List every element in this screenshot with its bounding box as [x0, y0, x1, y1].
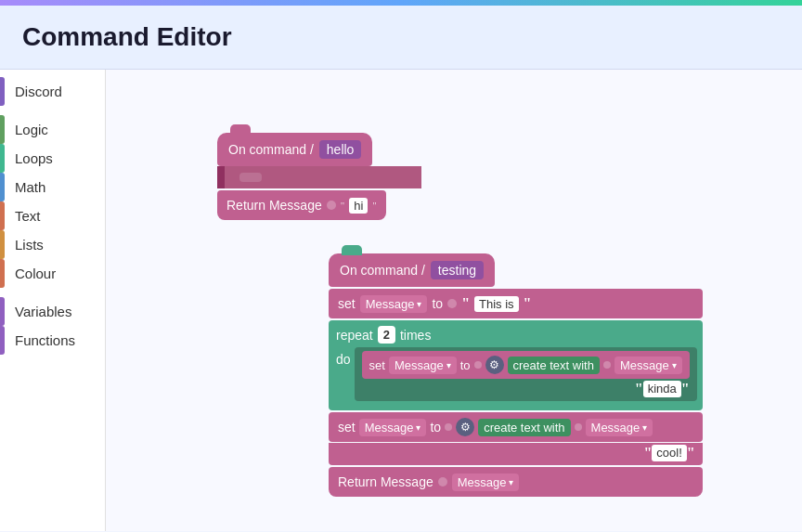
return-quote-open-1: " — [341, 200, 345, 211]
sidebar-label-text: Text — [15, 208, 41, 224]
kinda-value: kinda — [643, 381, 681, 397]
to-label-1: to — [432, 296, 443, 311]
block-group-hello: On command / hello Return Message " hi " — [217, 133, 421, 220]
sidebar-item-discord[interactable]: Discord — [0, 77, 105, 106]
header: Command Editor — [0, 6, 802, 70]
return-quote-close-1: " — [372, 200, 377, 211]
sidebar-label-functions: Functions — [15, 332, 75, 348]
sidebar-item-lists[interactable]: Lists — [0, 230, 105, 259]
return-label-1: Return Message — [226, 198, 322, 213]
message-dropdown-3[interactable]: Message ▾ — [586, 419, 653, 436]
inner-to-label: to — [460, 358, 471, 372]
command-label-1: On command / — [228, 142, 314, 157]
command-label-2: On command / — [340, 263, 425, 278]
inner-set-label: set — [369, 358, 385, 372]
set-block-1[interactable]: set Message ▾ to " This is " — [329, 289, 703, 318]
this-is-value: This is — [474, 296, 519, 312]
repeat-label: repeat — [336, 328, 373, 343]
repeat-block: repeat 2 times do set Message ▾ — [329, 320, 703, 410]
sidebar-item-loops[interactable]: Loops — [0, 144, 105, 173]
sidebar-item-variables[interactable]: Variables — [0, 297, 105, 326]
inner-message-var[interactable]: Message ▾ — [614, 357, 682, 374]
sidebar-label-loops: Loops — [15, 150, 53, 166]
return-block-testing[interactable]: Return Message Message ▾ — [329, 467, 703, 497]
inner-message-dropdown[interactable]: Message ▾ — [389, 357, 457, 374]
do-label: do — [336, 347, 355, 367]
string-quote-open-cool: " — [643, 445, 652, 461]
sidebar-label-lists: Lists — [15, 237, 44, 253]
return-block-hello[interactable]: Return Message " hi " — [217, 190, 386, 220]
gear-icon-2: ⚙ — [456, 418, 474, 436]
block-group-testing: On command / testing set Message ▾ to " … — [329, 253, 703, 497]
sidebar-label-logic: Logic — [15, 122, 48, 137]
sidebar-item-functions[interactable]: Functions — [0, 326, 105, 355]
sidebar: Discord Logic Loops Math Text Lists Colo… — [0, 70, 106, 531]
sidebar-label-discord: Discord — [15, 84, 62, 99]
sidebar-item-colour[interactable]: Colour — [0, 259, 105, 288]
set-block-2[interactable]: set Message ▾ to ⚙ create text with Mess… — [329, 412, 703, 442]
page-title: Command Editor — [22, 22, 780, 52]
create-text-label-2: create text with — [478, 419, 570, 436]
sidebar-label-variables: Variables — [15, 304, 71, 319]
message-dropdown-1[interactable]: Message ▾ — [360, 295, 428, 313]
command-hat-testing[interactable]: On command / testing — [329, 253, 495, 287]
sidebar-item-text[interactable]: Text — [0, 201, 105, 230]
sidebar-item-logic[interactable]: Logic — [0, 115, 105, 144]
command-name-hello: hello — [319, 140, 362, 159]
string-quote-open-kinda: " — [635, 381, 643, 397]
string-quote-close-kinda: " — [681, 381, 690, 397]
command-name-testing: testing — [431, 261, 484, 279]
inner-set-block[interactable]: set Message ▾ to ⚙ create text with — [362, 351, 690, 379]
sidebar-label-colour: Colour — [15, 266, 56, 281]
set-label-1: set — [338, 296, 356, 311]
sidebar-item-math[interactable]: Math — [0, 173, 105, 201]
string-quote-open-2: " — [461, 295, 470, 312]
string-quote-close-2: " — [524, 295, 532, 312]
cool-value: cool! — [652, 445, 686, 461]
inner-create-text-label: create text with — [508, 357, 600, 374]
repeat-header: repeat 2 times — [336, 326, 697, 344]
to-label-2: to — [430, 420, 441, 435]
inner-gear-icon: ⚙ — [485, 356, 504, 374]
return-message-var[interactable]: Message ▾ — [452, 474, 520, 491]
string-quote-close-cool: " — [687, 445, 695, 461]
return-label-2: Return Message — [338, 474, 433, 489]
set-label-2: set — [338, 420, 356, 435]
canvas: On command / hello Return Message " hi "… — [106, 70, 802, 531]
sidebar-label-math: Math — [15, 179, 45, 195]
return-value-hello: hi — [349, 198, 368, 214]
times-label: times — [400, 328, 431, 343]
repeat-count: 2 — [378, 326, 395, 344]
message-dropdown-2[interactable]: Message ▾ — [359, 419, 427, 436]
command-hat-hello[interactable]: On command / hello — [217, 133, 372, 166]
